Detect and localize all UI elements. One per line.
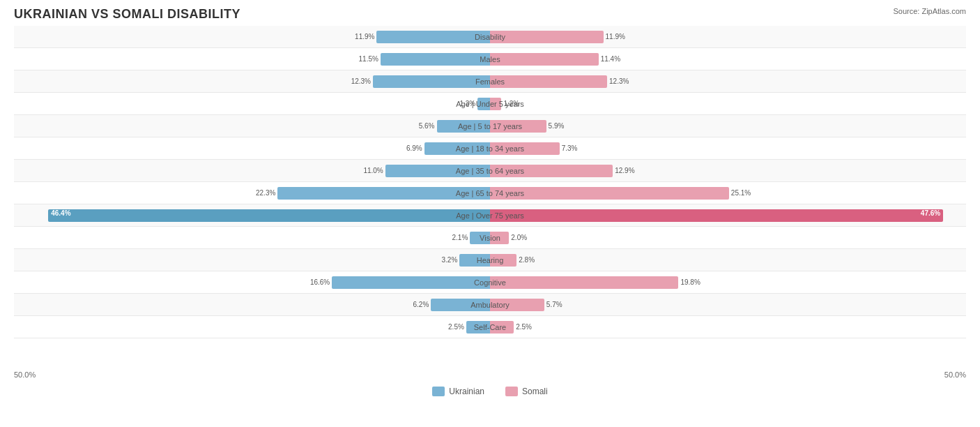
table-row: 11.0%Age | 35 to 64 years12.9% xyxy=(14,160,966,182)
bar-right-section: 5.7% xyxy=(490,294,966,315)
axis-left: 50.0% xyxy=(14,370,36,379)
bar-left-section: 6.9% xyxy=(14,137,490,159)
bar-left-section: 11.9% xyxy=(14,26,490,47)
bar-left xyxy=(373,75,490,88)
value-right: 19.8% xyxy=(678,278,700,286)
bar-left-section: 6.2% xyxy=(14,294,490,315)
table-row: 12.3%Females12.3% xyxy=(14,70,966,93)
bar-right-section: 12.9% xyxy=(490,160,966,181)
legend-somali-label: Somali xyxy=(522,387,548,396)
table-row: 22.3%Age | 65 to 74 years25.1% xyxy=(14,182,966,204)
bar-right: 47.6% xyxy=(490,209,943,222)
value-left: 3.2% xyxy=(442,256,460,264)
value-right: 25.1% xyxy=(729,189,751,197)
row-label: Ambulatory xyxy=(470,301,510,309)
legend-ukrainian-label: Ukrainian xyxy=(449,387,484,396)
bar-left xyxy=(376,31,490,43)
value-right: 5.9% xyxy=(546,122,565,130)
value-right: 11.4% xyxy=(599,55,620,63)
bar-right-section: 7.3% xyxy=(490,137,966,159)
table-row: 11.5%Males11.4% xyxy=(14,48,966,70)
row-label: Age | 65 to 74 years xyxy=(456,189,524,197)
bar-right xyxy=(490,53,599,66)
bar-left xyxy=(381,53,490,66)
table-row: 6.9%Age | 18 to 34 years7.3% xyxy=(14,137,966,160)
chart-title: UKRAINIAN VS SOMALI DISABILITY xyxy=(14,7,966,22)
chart-container: UKRAINIAN VS SOMALI DISABILITY Source: Z… xyxy=(0,0,980,427)
row-label: Hearing xyxy=(477,256,504,264)
row-label: Age | 18 to 34 years xyxy=(456,144,524,153)
legend: Ukrainian Somali xyxy=(14,383,966,400)
bar-left-section: 16.6% xyxy=(14,271,490,293)
bar-right-section: 2.5% xyxy=(490,316,966,338)
bar-right-section: 2.8% xyxy=(490,249,966,271)
bar-right-section: 47.6% xyxy=(490,204,966,226)
bar-right-section: 11.4% xyxy=(490,48,966,70)
bar-right xyxy=(490,75,607,88)
table-row: 2.1%Vision2.0% xyxy=(14,227,966,249)
bar-right xyxy=(490,187,729,200)
bar-left-section: 1.3% xyxy=(14,93,490,114)
row-label: Vision xyxy=(480,234,500,242)
table-row: 11.9%Disability11.9% xyxy=(14,26,966,48)
value-left: 11.5% xyxy=(359,55,381,63)
value-right: 5.7% xyxy=(544,301,562,308)
bar-left xyxy=(332,276,490,289)
bar-left-section: 11.5% xyxy=(14,48,490,70)
bar-left-section: 11.0% xyxy=(14,160,490,181)
bar-right-section: 5.9% xyxy=(490,115,966,137)
value-left: 11.9% xyxy=(355,33,376,40)
bar-right-section: 12.3% xyxy=(490,70,966,92)
value-right: 2.0% xyxy=(509,234,527,241)
table-row: 3.2%Hearing2.8% xyxy=(14,249,966,271)
bar-left-section: 3.2% xyxy=(14,249,490,271)
legend-ukrainian-box xyxy=(432,387,445,396)
value-left: 16.6% xyxy=(310,278,332,286)
value-left: 6.9% xyxy=(406,144,424,152)
bar-right-section: 2.0% xyxy=(490,227,966,248)
row-label: Males xyxy=(480,55,500,63)
value-right: 12.9% xyxy=(613,167,634,174)
row-label: Cognitive xyxy=(474,278,506,287)
table-row: 46.4%Age | Over 75 years47.6% xyxy=(14,204,966,227)
chart-area: 11.9%Disability11.9%11.5%Males11.4%12.3%… xyxy=(14,26,966,369)
value-left: 2.5% xyxy=(448,323,466,331)
value-left: 11.0% xyxy=(363,167,385,174)
bar-right xyxy=(490,31,604,43)
value-left: 6.2% xyxy=(413,301,431,308)
bar-right-section: 1.2% xyxy=(490,93,966,114)
value-right: 12.3% xyxy=(607,77,629,85)
bar-left-section: 2.5% xyxy=(14,316,490,338)
row-label: Self-Care xyxy=(474,323,506,331)
bar-left-section: 46.4% xyxy=(14,204,490,226)
axis-right: 50.0% xyxy=(944,370,966,379)
bar-left-section: 5.6% xyxy=(14,115,490,137)
bar-right xyxy=(490,276,678,289)
row-label: Age | 35 to 64 years xyxy=(456,167,524,175)
value-right: 47.6% xyxy=(921,209,940,217)
bar-right-section: 19.8% xyxy=(490,271,966,293)
bar-left: 46.4% xyxy=(48,209,490,222)
row-label: Age | Under 5 years xyxy=(456,100,524,108)
table-row: 5.6%Age | 5 to 17 years5.9% xyxy=(14,115,966,137)
table-row: 2.5%Self-Care2.5% xyxy=(14,316,966,338)
row-label: Females xyxy=(475,77,505,86)
bar-right-section: 11.9% xyxy=(490,26,966,47)
row-label: Disability xyxy=(475,33,505,41)
source-label: Source: ZipAtlas.com xyxy=(893,7,966,15)
value-right: 2.5% xyxy=(514,323,532,331)
legend-somali: Somali xyxy=(505,387,548,396)
legend-ukrainian: Ukrainian xyxy=(432,387,484,396)
value-left: 22.3% xyxy=(256,189,277,197)
value-left: 2.1% xyxy=(452,234,470,241)
value-right: 11.9% xyxy=(604,33,625,40)
bar-left-section: 22.3% xyxy=(14,182,490,204)
value-right: 2.8% xyxy=(516,256,535,264)
value-right: 7.3% xyxy=(560,144,578,152)
value-left: 46.4% xyxy=(51,209,70,217)
legend-somali-box xyxy=(505,387,518,396)
bar-right-section: 25.1% xyxy=(490,182,966,204)
value-left: 12.3% xyxy=(351,77,373,85)
bar-left-section: 12.3% xyxy=(14,70,490,92)
value-left: 5.6% xyxy=(419,122,437,130)
